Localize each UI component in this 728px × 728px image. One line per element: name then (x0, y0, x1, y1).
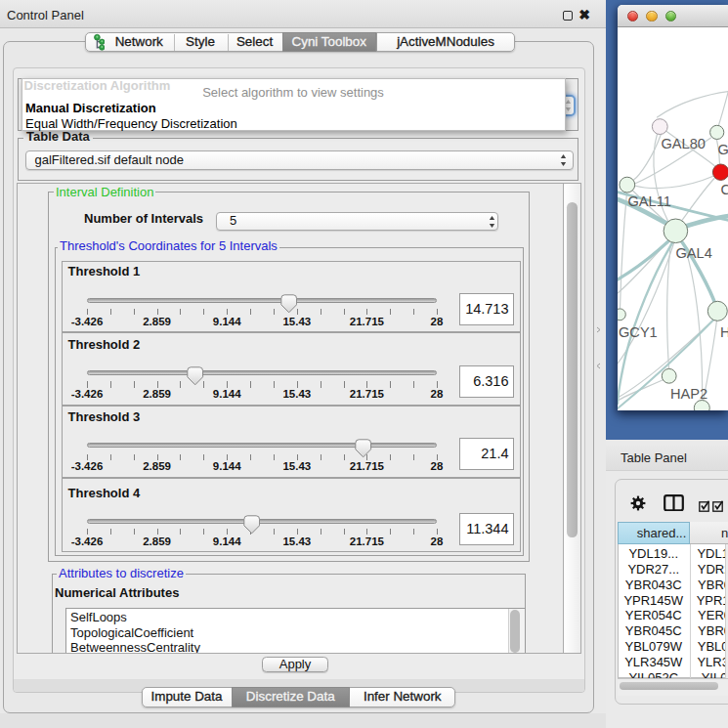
svg-text:HI: HI (720, 324, 728, 340)
svg-text:GCY1: GCY1 (619, 324, 658, 340)
svg-text:GAL4: GAL4 (675, 245, 711, 261)
svg-text:CY: CY (720, 182, 728, 197)
svg-text:GAL80: GAL80 (661, 136, 705, 151)
svg-text:GAL11: GAL11 (627, 193, 670, 209)
svg-text:GAL: GAL (717, 142, 728, 157)
svg-text:HAP2: HAP2 (670, 386, 707, 402)
